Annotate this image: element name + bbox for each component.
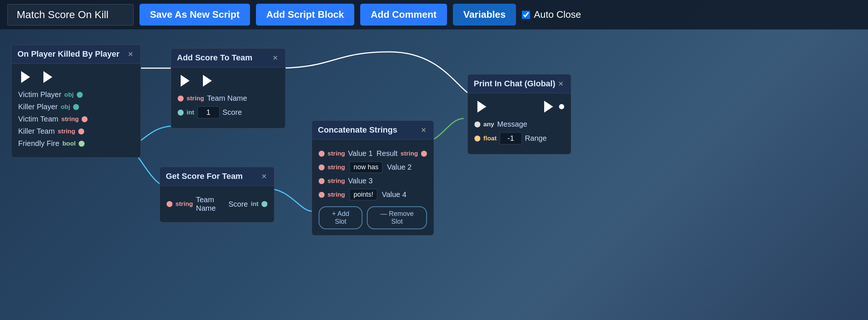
add-score-body: string Team Name int Score bbox=[171, 67, 285, 128]
victim-team-dot[interactable] bbox=[82, 116, 88, 122]
add-slot-button[interactable]: + Add Slot bbox=[319, 206, 362, 229]
print-in-chat-body: any Message float Range bbox=[468, 93, 571, 154]
concat-value2-row: string now has Value 2 bbox=[319, 161, 427, 173]
get-score-close[interactable]: × bbox=[260, 172, 268, 181]
value2-dot[interactable] bbox=[319, 164, 325, 170]
slot-buttons: + Add Slot — Remove Slot bbox=[319, 206, 427, 229]
script-title[interactable]: Match Score On Kill bbox=[7, 4, 134, 26]
exec-row bbox=[18, 70, 134, 84]
print-in-chat-block: Print In Chat (Global) × bbox=[467, 74, 571, 154]
score-dot[interactable] bbox=[178, 110, 184, 116]
result-dot[interactable] bbox=[421, 151, 427, 157]
canvas: On Player Killed By Player × Victim Play… bbox=[0, 30, 868, 320]
remove-slot-button[interactable]: — Remove Slot bbox=[367, 206, 427, 229]
concatenate-header: Concatenate Strings × bbox=[312, 121, 434, 140]
print-in-chat-title: Print In Chat (Global) bbox=[474, 79, 555, 89]
add-score-title: Add Score To Team bbox=[177, 53, 252, 63]
get-score-block: Get Score For Team × string Team Name Sc… bbox=[160, 167, 274, 223]
on-player-killed-close[interactable]: × bbox=[126, 50, 135, 59]
add-script-block-button[interactable]: Add Script Block bbox=[256, 4, 354, 26]
victim-team-pin: Victim Team string bbox=[18, 115, 134, 123]
exec-out-pin[interactable] bbox=[40, 70, 55, 84]
add-score-close[interactable]: × bbox=[271, 53, 279, 62]
get-score-out-dot[interactable] bbox=[262, 201, 267, 207]
on-player-killed-block: On Player Killed By Player × Victim Play… bbox=[11, 44, 141, 158]
print-exec-in[interactable] bbox=[474, 99, 489, 114]
concat-value3-row: string Value 3 bbox=[319, 177, 427, 185]
friendly-fire-pin: Friendly Fire bool bbox=[18, 139, 134, 148]
save-as-new-script-button[interactable]: Save As New Script bbox=[139, 4, 250, 26]
toolbar: Match Score On Kill Save As New Script A… bbox=[0, 0, 868, 30]
print-in-chat-header: Print In Chat (Global) × bbox=[468, 74, 571, 93]
value4-dot[interactable] bbox=[319, 192, 325, 198]
concatenate-block: Concatenate Strings × string Value 1 Res… bbox=[312, 120, 434, 236]
auto-close-toggle[interactable]: Auto Close bbox=[522, 9, 581, 20]
range-dot[interactable] bbox=[474, 136, 480, 141]
print-exec-row bbox=[474, 99, 564, 114]
value1-dot[interactable] bbox=[319, 151, 325, 157]
print-in-chat-close[interactable]: × bbox=[557, 79, 565, 88]
add-score-exec-row bbox=[178, 73, 279, 88]
score-pin: int Score bbox=[178, 106, 279, 119]
get-score-title: Get Score For Team bbox=[166, 171, 243, 181]
concat-value1-row: string Value 1 Result string bbox=[319, 149, 427, 158]
auto-close-label: Auto Close bbox=[534, 9, 581, 20]
print-exec-out-dot[interactable] bbox=[559, 104, 564, 109]
concatenate-title: Concatenate Strings bbox=[318, 125, 397, 135]
exec-in-pin[interactable] bbox=[18, 70, 33, 84]
print-exec-out[interactable] bbox=[541, 99, 556, 114]
score-input[interactable] bbox=[197, 106, 220, 119]
message-dot[interactable] bbox=[474, 121, 480, 127]
value2-text[interactable]: now has bbox=[349, 161, 382, 173]
range-pin: float Range bbox=[474, 132, 564, 144]
range-input[interactable] bbox=[500, 132, 522, 144]
get-score-team-dot[interactable] bbox=[167, 201, 172, 207]
killer-team-dot[interactable] bbox=[78, 129, 84, 134]
concat-value4-row: string points! Value 4 bbox=[319, 189, 427, 200]
friendly-fire-dot[interactable] bbox=[79, 141, 85, 147]
killer-player-dot[interactable] bbox=[73, 104, 79, 110]
on-player-killed-body: Victim Player obj Killer Player obj Vict… bbox=[11, 64, 141, 157]
value3-dot[interactable] bbox=[319, 178, 325, 184]
killer-team-pin: Killer Team string bbox=[18, 127, 134, 136]
on-player-killed-title: On Player Killed By Player bbox=[17, 49, 119, 59]
victim-player-dot[interactable] bbox=[77, 92, 83, 98]
get-score-header: Get Score For Team × bbox=[160, 167, 274, 186]
concatenate-close[interactable]: × bbox=[420, 126, 428, 134]
team-name-pin: string Team Name bbox=[178, 94, 279, 103]
get-score-body: string Team Name Score int bbox=[160, 186, 274, 222]
add-score-exec-out[interactable] bbox=[200, 73, 215, 88]
auto-close-checkbox[interactable] bbox=[522, 11, 530, 19]
add-score-header: Add Score To Team × bbox=[171, 49, 285, 67]
value4-text[interactable]: points! bbox=[349, 189, 377, 200]
get-score-team-pin: string Team Name Score int bbox=[167, 196, 267, 213]
add-score-exec-in[interactable] bbox=[178, 73, 193, 88]
concatenate-body: string Value 1 Result string string now … bbox=[312, 140, 434, 235]
variables-button[interactable]: Variables bbox=[453, 4, 516, 26]
message-pin: any Message bbox=[474, 120, 564, 129]
add-comment-button[interactable]: Add Comment bbox=[360, 4, 447, 26]
team-name-dot[interactable] bbox=[178, 96, 184, 101]
victim-player-pin: Victim Player obj bbox=[18, 90, 134, 99]
add-score-block: Add Score To Team × string Team Name bbox=[171, 48, 286, 129]
on-player-killed-header: On Player Killed By Player × bbox=[11, 45, 141, 64]
killer-player-pin: Killer Player obj bbox=[18, 103, 134, 111]
